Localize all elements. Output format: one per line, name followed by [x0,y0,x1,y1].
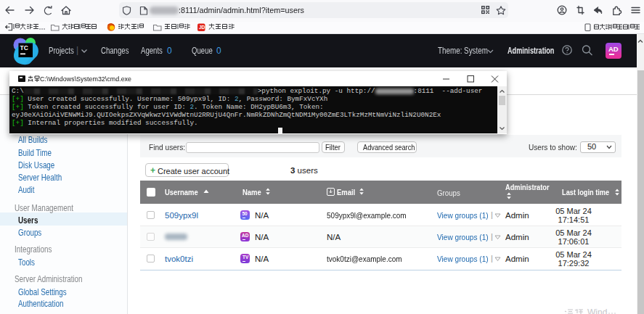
svg-text:Wind: Wind [587,309,607,314]
svg-text:TC: TC [20,44,28,51]
svg-text:JD: JD [199,25,205,30]
